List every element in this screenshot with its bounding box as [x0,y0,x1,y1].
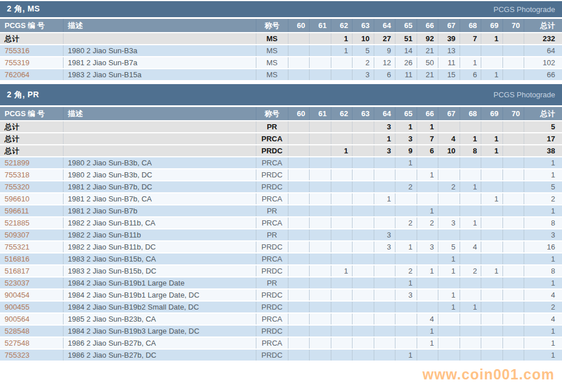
grade-60-cell [288,205,310,217]
grade-66-cell [417,193,438,205]
grade-67-column-header: 67 [438,107,460,121]
grade-60-cell [288,289,310,301]
pcgs-number-link[interactable]: 596610 [0,193,63,205]
grade-68-cell [460,337,481,349]
grade-68-cell: 1 [460,57,481,69]
grade-69-cell [481,169,503,181]
pcgs-number-link[interactable]: 509307 [0,229,63,241]
grade-68-cell [460,277,481,289]
designation-cell: PRDC [256,145,288,157]
grade-66-cell: 3 [417,241,438,253]
pcgs-number-link[interactable]: 755318 [0,169,63,181]
grade-66-cell: 50 [417,57,438,69]
row-total-cell: 8 [524,265,562,277]
grade-65-cell [395,193,417,205]
pcgs-photograde-link[interactable]: PCGS Photograde [493,5,555,14]
row-total-cell: 1 [524,169,562,181]
grade-69-cell [481,217,503,229]
grade-62-cell [331,121,353,133]
grade-60-cell [288,121,310,133]
grade-66-cell: 1 [417,325,438,337]
pcgs-number-link[interactable]: 523037 [0,277,63,289]
grade-60-cell [288,265,310,277]
pcgs-number-link[interactable]: 516817 [0,265,63,277]
grade-62-cell: 1 [331,145,353,157]
grade-62-cell [331,181,353,193]
section-title-pr: 2 角, PR [7,90,39,100]
grade-68-cell: 1 [460,133,481,145]
grade-60-cell [288,69,310,81]
designation-cell: MS [256,69,288,81]
grade-61-cell [310,33,331,45]
pcgs-number-link[interactable]: 900454 [0,289,63,301]
grade-68-cell: 1 [460,181,481,193]
pcgs-number-link[interactable]: 755316 [0,45,63,57]
grade-68-cell: 8 [460,145,481,157]
grade-70-cell [502,301,524,313]
grade-64-cell [374,181,395,193]
pcgs-number-link[interactable]: 762064 [0,69,63,81]
grade-63-cell [353,229,374,241]
pcgs-number-link[interactable]: 900564 [0,313,63,325]
grade-69-cell [481,337,503,349]
pcgs-number-link[interactable]: 755320 [0,181,63,193]
pcgs-photograde-link[interactable]: PCGS Photograde [493,90,555,99]
grade-64-cell: 27 [374,33,395,45]
pcgs-number-link[interactable]: 527548 [0,337,63,349]
designation-cell: PR [256,205,288,217]
pcgs-number-link[interactable]: 755319 [0,57,63,69]
grade-63-cell [353,349,374,361]
grade-69-cell [481,325,503,337]
grade-64-cell: 6 [374,69,395,81]
grade-65-cell: 2 [395,181,417,193]
description-cell: 1986 2 Jiao Sun-B27b, CA [63,337,256,349]
grade-65-cell: 3 [395,133,417,145]
grade-63-cell [353,157,374,169]
pcgs-number-link[interactable]: 755323 [0,349,63,361]
pcgs-number-link[interactable]: 521899 [0,157,63,169]
grade-67-cell: 3 [438,217,460,229]
grade-60-cell [288,253,310,265]
row-total-cell: 1 [524,349,562,361]
pcgs-number-link[interactable]: 528548 [0,325,63,337]
grade-70-cell [502,169,524,181]
grade-60-cell [288,217,310,229]
grade-65-cell [395,169,417,181]
grade-69-column-header: 69 [481,19,503,33]
section-title-ms: 2 角, MS [7,4,40,14]
grade-69-cell [481,45,503,57]
totals-row: 总计PRDC1396108138 [0,145,562,157]
designation-cell: PR [256,277,288,289]
grade-61-cell [310,45,331,57]
pcgs-number-link[interactable]: 521885 [0,217,63,229]
grade-63-cell [353,133,374,145]
pcgs-number-column-header: PCGS 编 号 [0,107,63,121]
grade-63-cell [353,301,374,313]
designation-cell: PRDC [256,325,288,337]
grade-62-cell: 1 [331,265,353,277]
totals-row: 总计PR3115 [0,121,562,133]
grade-61-cell [310,169,331,181]
description-cell: 1980 2 Jiao Sun-B3a [63,45,256,57]
grade-67-cell: 11 [438,57,460,69]
grade-68-cell: 4 [460,241,481,253]
grade-65-column-header: 65 [395,19,417,33]
pcgs-number-link[interactable]: 516816 [0,253,63,265]
grade-66-cell: 1 [417,205,438,217]
pcgs-number-link[interactable]: 900455 [0,301,63,313]
pcgs-number-link[interactable]: 755321 [0,241,63,253]
row-total-cell: 2 [524,193,562,205]
grade-67-cell [438,337,460,349]
grade-63-column-header: 63 [353,107,374,121]
grade-62-cell [331,157,353,169]
grade-64-cell: 3 [374,145,395,157]
grade-61-cell [310,229,331,241]
grade-62-cell [331,241,353,253]
grade-64-cell [374,313,395,325]
grade-62-cell [331,301,353,313]
grade-67-cell [438,169,460,181]
pcgs-number-link[interactable]: 596611 [0,205,63,217]
grade-69-cell [481,301,503,313]
grade-60-cell [288,325,310,337]
grade-60-column-header: 60 [288,107,310,121]
